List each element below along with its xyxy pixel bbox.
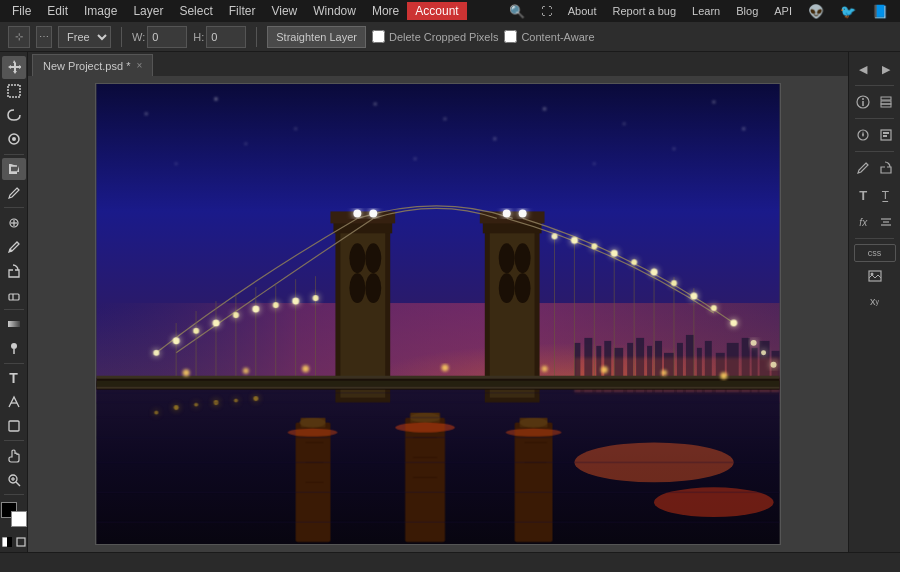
tool-brush[interactable]: [2, 235, 26, 258]
panel-formula-icon[interactable]: xy: [864, 290, 886, 312]
panel-collapse-left-icon[interactable]: ◀: [853, 58, 874, 80]
panel-tool-row2: T T̲: [849, 182, 900, 208]
panel-align-icon[interactable]: [876, 211, 897, 233]
tool-sep-3: [4, 309, 24, 310]
panel-tool-row3: fx: [849, 209, 900, 235]
menu-reddit-icon[interactable]: 👽: [800, 2, 832, 21]
menu-report[interactable]: Report a bug: [604, 3, 684, 19]
options-bar: ⊹ ⋯ Free W: H: Straighten Layer Delete C…: [0, 22, 900, 52]
panel-layers-icon[interactable]: [876, 91, 897, 113]
menu-view[interactable]: View: [263, 2, 305, 20]
canvas-viewport[interactable]: [28, 76, 848, 552]
h-label: H:: [193, 31, 204, 43]
svg-point-107: [313, 295, 319, 301]
svg-point-105: [273, 302, 279, 308]
tool-zoom[interactable]: [2, 468, 26, 491]
menu-image[interactable]: Image: [76, 2, 125, 20]
tab-close-icon[interactable]: ×: [136, 60, 142, 71]
svg-point-27: [215, 98, 217, 100]
svg-point-127: [519, 209, 527, 217]
menu-file[interactable]: File: [4, 2, 39, 20]
tool-hand[interactable]: [2, 444, 26, 467]
menu-select[interactable]: Select: [171, 2, 220, 20]
panel-type-icon[interactable]: T: [853, 184, 874, 206]
tool-healing[interactable]: [2, 211, 26, 234]
menu-bar: File Edit Image Layer Select Filter View…: [0, 0, 900, 22]
tool-quick-select[interactable]: [2, 128, 26, 151]
tool-mask-mode[interactable]: [1, 536, 13, 548]
panel-info-icon[interactable]: [853, 91, 874, 113]
transform-icon[interactable]: ⊹: [8, 26, 30, 48]
menu-more[interactable]: More: [364, 2, 407, 20]
svg-point-119: [651, 269, 658, 276]
menu-filter[interactable]: Filter: [221, 2, 264, 20]
tool-sep-2: [4, 207, 24, 208]
tool-clone[interactable]: [2, 259, 26, 282]
svg-point-117: [611, 250, 618, 257]
transform-mode-select[interactable]: Free: [58, 26, 111, 48]
svg-point-170: [862, 98, 864, 100]
tool-eyedropper[interactable]: [2, 181, 26, 204]
menu-blog[interactable]: Blog: [728, 3, 766, 19]
height-input[interactable]: [206, 26, 246, 48]
svg-point-165: [751, 340, 757, 346]
menu-facebook-icon[interactable]: 📘: [864, 2, 896, 21]
svg-point-102: [212, 319, 219, 326]
panel-navigator-icon[interactable]: [853, 124, 874, 146]
svg-point-155: [506, 429, 562, 437]
tool-crop[interactable]: [2, 158, 26, 181]
menu-twitter-icon[interactable]: 🐦: [832, 2, 864, 21]
width-input[interactable]: [147, 26, 187, 48]
svg-point-154: [395, 423, 455, 433]
panel-collapse-right-icon[interactable]: ▶: [876, 58, 897, 80]
tool-shape[interactable]: [2, 415, 26, 438]
tool-gradient[interactable]: [2, 313, 26, 336]
tool-path[interactable]: [2, 391, 26, 414]
panel-tool-row1: [849, 155, 900, 181]
svg-point-120: [671, 280, 677, 286]
menu-layer[interactable]: Layer: [125, 2, 171, 20]
tool-dodge[interactable]: [2, 337, 26, 360]
canvas-area: New Project.psd * ×: [28, 52, 848, 552]
straighten-button[interactable]: Straighten Layer: [267, 26, 366, 48]
menu-edit[interactable]: Edit: [39, 2, 76, 20]
svg-point-182: [870, 273, 873, 276]
panel-brush-settings-icon[interactable]: [853, 157, 874, 179]
panel-path-icon[interactable]: T̲: [876, 184, 897, 206]
svg-rect-176: [883, 132, 889, 134]
svg-point-129: [243, 368, 249, 374]
panel-collapse-row: ◀ ▶: [849, 56, 900, 82]
menu-expand-icon[interactable]: ⛶: [533, 3, 560, 19]
content-aware-checkbox[interactable]: [504, 30, 517, 43]
canvas-tab[interactable]: New Project.psd * ×: [32, 54, 153, 76]
tool-type[interactable]: T: [2, 367, 26, 390]
menu-api[interactable]: API: [766, 3, 800, 19]
transform-icon2[interactable]: ⋯: [36, 26, 52, 48]
menu-window[interactable]: Window: [305, 2, 364, 20]
tool-lasso[interactable]: [2, 104, 26, 127]
menu-account[interactable]: Account: [407, 2, 466, 20]
menu-search-icon[interactable]: 🔍: [501, 2, 533, 21]
panel-css-button[interactable]: css: [854, 244, 896, 262]
panel-clone-icon[interactable]: [876, 157, 897, 179]
svg-rect-139: [405, 418, 445, 542]
tool-marquee[interactable]: [2, 80, 26, 103]
panel-fx-icon[interactable]: fx: [853, 211, 874, 233]
menu-about[interactable]: About: [560, 3, 605, 19]
menu-learn[interactable]: Learn: [684, 3, 728, 19]
delete-cropped-group: Delete Cropped Pixels: [372, 30, 498, 43]
color-swatch[interactable]: [1, 502, 27, 527]
tool-eraser[interactable]: [2, 283, 26, 306]
panel-sep-1: [855, 85, 894, 86]
svg-point-37: [743, 128, 745, 130]
tool-sep-6: [4, 494, 24, 495]
svg-point-134: [661, 370, 667, 376]
svg-point-103: [233, 312, 239, 318]
svg-point-132: [542, 366, 548, 372]
tool-screen-mode[interactable]: [15, 536, 27, 548]
panel-image-icon[interactable]: [864, 265, 886, 287]
panel-history-icon[interactable]: [876, 124, 897, 146]
background-color[interactable]: [11, 511, 27, 527]
delete-cropped-checkbox[interactable]: [372, 30, 385, 43]
tool-move[interactable]: [2, 56, 26, 79]
